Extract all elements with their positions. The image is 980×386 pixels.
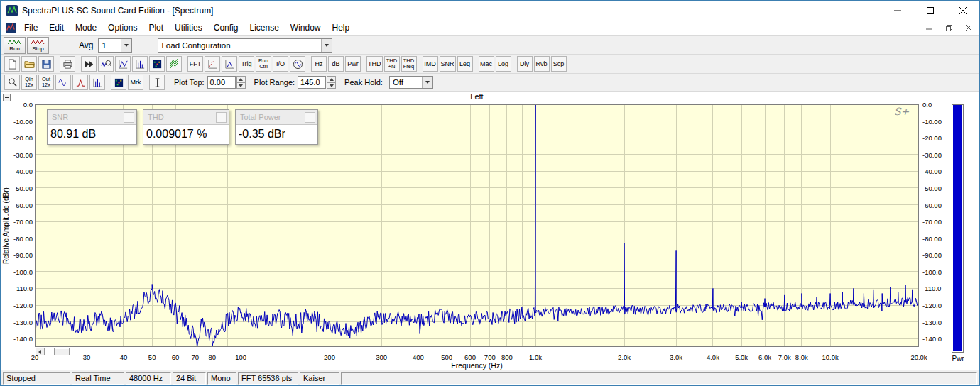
scope-button[interactable]: Scp [551,56,567,72]
new-file-button[interactable] [4,56,20,72]
stop-button-label: Stop [32,45,43,52]
close-button[interactable] [947,1,979,20]
thd-freq-button[interactable]: THD Freq [401,56,417,72]
y-tick-label: -30.00 [13,151,33,159]
avg-select-value: 1 [99,41,121,50]
stop-button[interactable]: Stop [27,37,49,54]
open-file-button[interactable] [21,56,37,72]
db-button[interactable]: dB [328,56,344,72]
run-toolbar: Run Stop Avg 1 Load Configuration [1,36,979,55]
mdi-restore-button[interactable] [940,21,958,34]
thd-button[interactable]: THD [366,56,383,72]
readout-title: SNR [52,113,68,121]
y-tick-label: -10.00 [922,118,942,126]
signal-generator-button[interactable] [290,56,305,72]
maximize-button[interactable] [914,1,947,20]
x-tick-label: 10.0k [816,353,844,361]
spectrum-button[interactable] [132,56,148,72]
menu-item[interactable]: Mode [70,21,102,35]
peak-hold-select[interactable]: Off [389,76,433,89]
thd-n-button[interactable]: THD +N [384,56,400,72]
plot-top-input[interactable]: 0.00 [207,76,236,89]
mdi-minimize-button[interactable] [920,21,938,34]
configuration-select[interactable]: Load Configuration [158,38,332,53]
spectrogram-plot-button[interactable] [111,75,126,90]
pwr-button[interactable]: Pwr [345,56,361,72]
menu-item[interactable]: License [244,21,284,35]
zoom-button[interactable] [4,75,20,90]
octave-button[interactable] [222,56,237,72]
y-tick-label: -20.00 [922,134,942,142]
zoom-out-x-button[interactable]: Out 12x [38,75,54,90]
menu-item[interactable]: Options [102,21,143,35]
y-tick-label: -90.00 [922,251,942,259]
surface-button[interactable] [166,56,182,72]
menu-item[interactable]: Utilities [169,21,208,35]
reverb-button[interactable]: Rvb [534,56,550,72]
marker-button[interactable]: Mrk [128,75,143,90]
trigger-button[interactable]: Trig [239,56,254,72]
y-tick-label: -70.00 [13,218,33,226]
io-button[interactable]: I/O [273,56,288,72]
horizontal-scrollbar[interactable] [36,348,121,355]
avg-select[interactable]: 1 [98,38,132,53]
configuration-select-value: Load Configuration [158,41,321,50]
minimize-button[interactable] [881,1,914,20]
spin-down-button[interactable] [236,82,246,89]
spin-up-button[interactable] [236,76,246,82]
surface-3d-icon [169,59,180,70]
macro-button[interactable]: Mac [479,56,494,72]
menu-item[interactable]: File [18,21,43,35]
spectrum-bars-icon [135,59,146,70]
fast-forward-icon [84,59,94,70]
scroll-left-button[interactable] [36,348,45,355]
fft-button[interactable]: FFT [187,56,203,72]
snr-button[interactable]: SNR [440,56,456,72]
readout-menu-button[interactable] [305,112,315,123]
imd-button[interactable]: IMD [423,56,438,72]
scroll-thumb[interactable] [54,348,70,355]
zoom-in-x-button[interactable]: Qin 12x [21,75,37,90]
menubar: FileEditModeOptionsPlotUtilitiesConfigLi… [1,20,979,36]
spin-up-button[interactable] [327,76,336,82]
menu-item[interactable]: Plot [143,21,169,35]
menu-item[interactable]: Window [285,21,327,35]
hz-button[interactable]: Hz [311,56,327,72]
run-button[interactable]: Run [4,37,26,54]
run-control-button[interactable]: Run Ctrl [256,56,271,72]
spectraplus-watermark: S+ [894,106,909,117]
time-series-button[interactable] [115,56,131,72]
delay-button[interactable]: Dly [517,56,533,72]
leq-button[interactable]: Leq [457,56,473,72]
spin-down-button[interactable] [327,82,336,89]
readout-menu-button[interactable] [216,112,227,123]
bars-plot-button[interactable] [89,75,105,90]
y-tick-label: -10.00 [13,118,33,126]
menu-item[interactable]: Help [327,21,356,35]
zoom-wave-button[interactable] [98,56,114,72]
time-plot-button[interactable] [55,75,71,90]
y-tick-label: -130.0 [13,319,33,326]
save-icon [41,59,52,70]
readout-title: THD [148,113,164,121]
plot-range-input[interactable]: 145.0 [298,76,326,89]
y-tick-label: -100.0 [922,268,942,276]
measurement-readout: THD 0.009017 % [143,109,229,145]
readout-menu-button[interactable] [124,112,134,123]
menu-item[interactable]: Config [208,21,244,35]
peak-plot-button[interactable] [72,75,88,90]
fast-forward-button[interactable] [81,56,97,72]
log-button-label: Log [498,61,508,67]
print-button[interactable] [60,56,75,72]
mdi-close-button[interactable] [959,21,978,34]
save-button[interactable] [38,56,54,72]
collapse-button[interactable] [3,94,11,101]
log-button[interactable]: Log [496,56,511,72]
spectrogram-button[interactable] [149,56,165,72]
status-cell: Stopped [3,372,70,385]
text-cursor-button[interactable] [149,75,165,90]
menu-item[interactable]: Edit [43,21,70,35]
phase-button[interactable] [205,56,220,72]
x-tick-label: 800 [493,353,521,361]
trigger-button-label: Trig [241,61,251,67]
